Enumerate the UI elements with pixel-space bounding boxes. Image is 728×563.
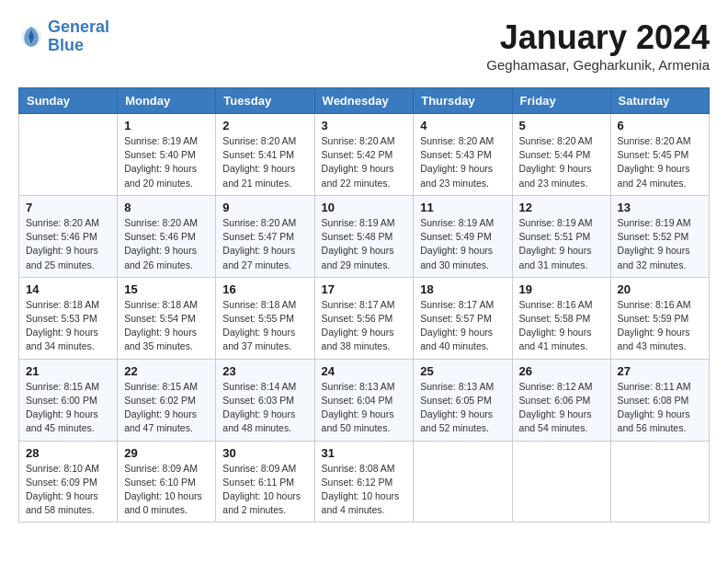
cell-4-1: 29Sunrise: 8:09 AMSunset: 6:10 PMDayligh… [118,441,216,523]
header-sunday: Sunday [19,88,118,114]
logo-text: General Blue [48,18,109,55]
cell-1-2: 9Sunrise: 8:20 AMSunset: 5:47 PMDaylight… [216,195,314,277]
cell-2-6: 20Sunrise: 8:16 AMSunset: 5:59 PMDayligh… [610,277,709,359]
day-info: Sunrise: 8:20 AMSunset: 5:46 PMDaylight:… [124,216,209,272]
day-number: 6 [618,119,702,132]
cell-0-4: 4Sunrise: 8:20 AMSunset: 5:43 PMDaylight… [414,114,512,196]
day-info: Sunrise: 8:11 AMSunset: 6:08 PMDaylight:… [618,380,702,436]
day-number: 4 [420,119,505,132]
day-info: Sunrise: 8:16 AMSunset: 5:59 PMDaylight:… [618,298,702,354]
day-info: Sunrise: 8:20 AMSunset: 5:42 PMDaylight:… [322,134,407,190]
logo-icon [18,24,44,50]
day-info: Sunrise: 8:19 AMSunset: 5:49 PMDaylight:… [420,216,505,272]
day-info: Sunrise: 8:19 AMSunset: 5:52 PMDaylight:… [618,216,702,272]
day-info: Sunrise: 8:17 AMSunset: 5:57 PMDaylight:… [420,298,505,354]
day-info: Sunrise: 8:18 AMSunset: 5:54 PMDaylight:… [124,298,209,354]
day-info: Sunrise: 8:09 AMSunset: 6:11 PMDaylight:… [222,462,307,518]
day-info: Sunrise: 8:20 AMSunset: 5:41 PMDaylight:… [222,134,307,190]
day-info: Sunrise: 8:08 AMSunset: 6:12 PMDaylight:… [322,462,407,518]
cell-2-3: 17Sunrise: 8:17 AMSunset: 5:56 PMDayligh… [314,277,414,359]
day-number: 28 [26,446,110,460]
day-number: 5 [519,119,604,132]
day-number: 27 [618,364,702,378]
day-number: 15 [124,282,209,296]
cell-4-0: 28Sunrise: 8:10 AMSunset: 6:09 PMDayligh… [19,441,118,523]
day-number: 7 [26,201,110,214]
cell-0-5: 5Sunrise: 8:20 AMSunset: 5:44 PMDaylight… [512,114,610,196]
header-saturday: Saturday [610,88,709,114]
logo-line1: General [48,17,109,36]
day-number: 1 [124,119,209,132]
cell-1-1: 8Sunrise: 8:20 AMSunset: 5:46 PMDaylight… [118,195,216,277]
day-number: 8 [124,201,209,214]
week-row-4: 28Sunrise: 8:10 AMSunset: 6:09 PMDayligh… [19,441,710,523]
cell-2-4: 18Sunrise: 8:17 AMSunset: 5:57 PMDayligh… [414,277,512,359]
day-number: 13 [618,201,702,214]
day-info: Sunrise: 8:19 AMSunset: 5:40 PMDaylight:… [124,134,209,190]
day-info: Sunrise: 8:18 AMSunset: 5:55 PMDaylight:… [222,298,307,354]
cell-3-2: 23Sunrise: 8:14 AMSunset: 6:03 PMDayligh… [216,359,314,441]
cell-1-4: 11Sunrise: 8:19 AMSunset: 5:49 PMDayligh… [414,195,512,277]
day-number: 9 [222,201,307,214]
day-info: Sunrise: 8:20 AMSunset: 5:47 PMDaylight:… [222,216,307,272]
day-number: 22 [124,364,209,378]
cell-4-3: 31Sunrise: 8:08 AMSunset: 6:12 PMDayligh… [314,441,414,523]
day-info: Sunrise: 8:10 AMSunset: 6:09 PMDaylight:… [26,462,110,518]
day-info: Sunrise: 8:20 AMSunset: 5:46 PMDaylight:… [26,216,110,272]
day-number: 24 [322,364,407,378]
header-tuesday: Tuesday [216,88,314,114]
day-number: 23 [222,364,307,378]
week-row-2: 14Sunrise: 8:18 AMSunset: 5:53 PMDayligh… [19,277,710,359]
day-number: 30 [222,446,307,460]
cell-3-1: 22Sunrise: 8:15 AMSunset: 6:02 PMDayligh… [118,359,216,441]
cell-1-0: 7Sunrise: 8:20 AMSunset: 5:46 PMDaylight… [19,195,118,277]
cell-4-2: 30Sunrise: 8:09 AMSunset: 6:11 PMDayligh… [216,441,314,523]
cell-0-2: 2Sunrise: 8:20 AMSunset: 5:41 PMDaylight… [216,114,314,196]
week-row-0: 1Sunrise: 8:19 AMSunset: 5:40 PMDaylight… [19,114,710,196]
cell-3-3: 24Sunrise: 8:13 AMSunset: 6:04 PMDayligh… [314,359,414,441]
title-area: January 2024 Geghamasar, Gegharkunik, Ar… [486,18,710,73]
cell-3-6: 27Sunrise: 8:11 AMSunset: 6:08 PMDayligh… [610,359,709,441]
week-row-1: 7Sunrise: 8:20 AMSunset: 5:46 PMDaylight… [19,195,710,277]
day-info: Sunrise: 8:20 AMSunset: 5:45 PMDaylight:… [618,134,702,190]
day-number: 2 [222,119,307,132]
day-info: Sunrise: 8:12 AMSunset: 6:06 PMDaylight:… [519,380,604,436]
day-info: Sunrise: 8:20 AMSunset: 5:44 PMDaylight:… [519,134,604,190]
day-info: Sunrise: 8:17 AMSunset: 5:56 PMDaylight:… [322,298,407,354]
day-info: Sunrise: 8:16 AMSunset: 5:58 PMDaylight:… [519,298,604,354]
day-number: 26 [519,364,604,378]
cell-1-3: 10Sunrise: 8:19 AMSunset: 5:48 PMDayligh… [314,195,414,277]
cell-3-4: 25Sunrise: 8:13 AMSunset: 6:05 PMDayligh… [414,359,512,441]
day-number: 11 [420,201,505,214]
header-wednesday: Wednesday [314,88,414,114]
header-row: Sunday Monday Tuesday Wednesday Thursday… [19,88,710,114]
cell-3-5: 26Sunrise: 8:12 AMSunset: 6:06 PMDayligh… [512,359,610,441]
day-number: 16 [222,282,307,296]
day-number: 31 [322,446,407,460]
day-number: 12 [519,201,604,214]
cell-2-1: 15Sunrise: 8:18 AMSunset: 5:54 PMDayligh… [118,277,216,359]
header-friday: Friday [512,88,610,114]
day-number: 21 [26,364,110,378]
day-number: 20 [618,282,702,296]
cell-2-2: 16Sunrise: 8:18 AMSunset: 5:55 PMDayligh… [216,277,314,359]
day-number: 17 [322,282,407,296]
day-number: 14 [26,282,110,296]
cell-4-4 [414,441,512,523]
logo: General Blue [18,18,109,55]
cell-3-0: 21Sunrise: 8:15 AMSunset: 6:00 PMDayligh… [19,359,118,441]
week-row-3: 21Sunrise: 8:15 AMSunset: 6:00 PMDayligh… [19,359,710,441]
cell-0-6: 6Sunrise: 8:20 AMSunset: 5:45 PMDaylight… [610,114,709,196]
cell-2-5: 19Sunrise: 8:16 AMSunset: 5:58 PMDayligh… [512,277,610,359]
day-info: Sunrise: 8:19 AMSunset: 5:48 PMDaylight:… [322,216,407,272]
cell-1-5: 12Sunrise: 8:19 AMSunset: 5:51 PMDayligh… [512,195,610,277]
day-info: Sunrise: 8:13 AMSunset: 6:04 PMDaylight:… [322,380,407,436]
day-info: Sunrise: 8:15 AMSunset: 6:00 PMDaylight:… [26,380,110,436]
header-monday: Monday [118,88,216,114]
day-info: Sunrise: 8:20 AMSunset: 5:43 PMDaylight:… [420,134,505,190]
logo-line2: Blue [48,36,84,54]
location-title: Geghamasar, Gegharkunik, Armenia [486,57,710,73]
cell-2-0: 14Sunrise: 8:18 AMSunset: 5:53 PMDayligh… [19,277,118,359]
day-info: Sunrise: 8:19 AMSunset: 5:51 PMDaylight:… [519,216,604,272]
day-number: 19 [519,282,604,296]
